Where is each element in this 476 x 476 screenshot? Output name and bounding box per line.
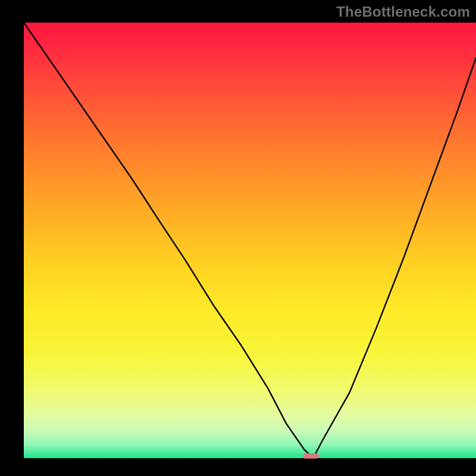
plot-background	[24, 23, 476, 458]
bottleneck-chart	[0, 0, 476, 476]
watermark-text: TheBottleneck.com	[336, 4, 470, 20]
chart-container: TheBottleneck.com	[0, 0, 476, 476]
optimum-marker	[303, 453, 319, 459]
